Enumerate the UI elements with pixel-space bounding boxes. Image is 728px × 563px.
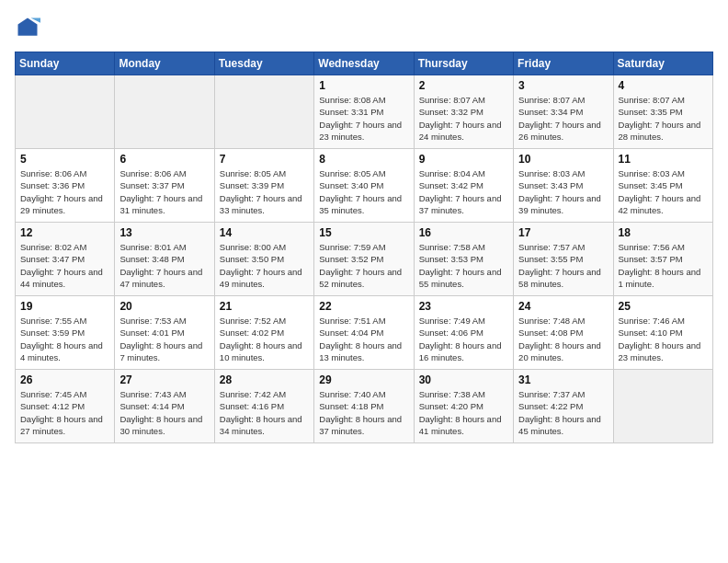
day-number: 10	[518, 153, 608, 166]
day-info: Sunrise: 7:56 AM Sunset: 3:57 PM Dayligh…	[619, 241, 708, 290]
calendar-cell: 2Sunrise: 8:07 AM Sunset: 3:32 PM Daylig…	[414, 75, 513, 149]
calendar-table: Sunday Monday Tuesday Wednesday Thursday…	[15, 52, 713, 443]
calendar-cell: 13Sunrise: 8:01 AM Sunset: 3:48 PM Dayli…	[115, 223, 214, 296]
calendar-cell: 15Sunrise: 7:59 AM Sunset: 3:52 PM Dayli…	[314, 223, 414, 296]
calendar-cell: 17Sunrise: 7:57 AM Sunset: 3:55 PM Dayli…	[514, 223, 613, 296]
day-info: Sunrise: 8:04 AM Sunset: 3:42 PM Dayligh…	[419, 167, 508, 216]
day-number: 15	[319, 226, 408, 239]
day-number: 25	[619, 300, 708, 313]
calendar-cell: 22Sunrise: 7:51 AM Sunset: 4:04 PM Dayli…	[314, 296, 414, 370]
day-info: Sunrise: 7:46 AM Sunset: 4:10 PM Dayligh…	[619, 315, 708, 363]
day-info: Sunrise: 7:48 AM Sunset: 4:08 PM Dayligh…	[518, 315, 608, 363]
calendar-cell: 6Sunrise: 8:06 AM Sunset: 3:37 PM Daylig…	[115, 149, 214, 223]
calendar-cell	[115, 75, 214, 149]
week-row-2: 5Sunrise: 8:06 AM Sunset: 3:36 PM Daylig…	[16, 149, 713, 223]
day-info: Sunrise: 7:42 AM Sunset: 4:16 PM Dayligh…	[220, 388, 309, 437]
day-number: 17	[518, 226, 608, 239]
day-number: 11	[619, 153, 708, 166]
day-number: 24	[518, 300, 608, 313]
calendar-cell: 18Sunrise: 7:56 AM Sunset: 3:57 PM Dayli…	[613, 223, 712, 296]
week-row-4: 19Sunrise: 7:55 AM Sunset: 3:59 PM Dayli…	[16, 296, 713, 370]
header-thursday: Thursday	[414, 52, 513, 75]
calendar-header: Sunday Monday Tuesday Wednesday Thursday…	[16, 52, 713, 75]
day-number: 7	[220, 153, 309, 166]
header-tuesday: Tuesday	[214, 52, 313, 75]
calendar-cell: 23Sunrise: 7:49 AM Sunset: 4:06 PM Dayli…	[414, 296, 513, 370]
day-info: Sunrise: 7:53 AM Sunset: 4:01 PM Dayligh…	[119, 315, 209, 363]
day-info: Sunrise: 7:59 AM Sunset: 3:52 PM Dayligh…	[319, 241, 408, 290]
day-number: 26	[20, 373, 109, 386]
week-row-1: 1Sunrise: 8:08 AM Sunset: 3:31 PM Daylig…	[16, 75, 713, 149]
day-info: Sunrise: 8:03 AM Sunset: 3:45 PM Dayligh…	[619, 167, 708, 216]
calendar-cell: 19Sunrise: 7:55 AM Sunset: 3:59 PM Dayli…	[16, 296, 115, 370]
header-saturday: Saturday	[613, 52, 712, 75]
day-info: Sunrise: 8:03 AM Sunset: 3:43 PM Dayligh…	[518, 167, 608, 216]
day-number: 3	[518, 79, 608, 92]
page-header	[15, 15, 713, 40]
calendar-cell	[16, 75, 115, 149]
day-number: 19	[20, 300, 109, 313]
calendar-body: 1Sunrise: 8:08 AM Sunset: 3:31 PM Daylig…	[16, 75, 713, 443]
day-info: Sunrise: 8:08 AM Sunset: 3:31 PM Dayligh…	[319, 94, 408, 143]
day-info: Sunrise: 7:57 AM Sunset: 3:55 PM Dayligh…	[518, 241, 608, 290]
calendar-cell: 28Sunrise: 7:42 AM Sunset: 4:16 PM Dayli…	[214, 370, 313, 443]
calendar-cell: 3Sunrise: 8:07 AM Sunset: 3:34 PM Daylig…	[514, 75, 613, 149]
day-info: Sunrise: 8:01 AM Sunset: 3:48 PM Dayligh…	[119, 241, 209, 290]
day-number: 2	[419, 79, 508, 92]
calendar-cell: 10Sunrise: 8:03 AM Sunset: 3:43 PM Dayli…	[514, 149, 613, 223]
calendar-cell: 7Sunrise: 8:05 AM Sunset: 3:39 PM Daylig…	[214, 149, 313, 223]
day-number: 13	[119, 226, 209, 239]
calendar-cell: 4Sunrise: 8:07 AM Sunset: 3:35 PM Daylig…	[613, 75, 712, 149]
day-number: 12	[20, 226, 109, 239]
day-number: 5	[20, 153, 109, 166]
day-number: 20	[119, 300, 209, 313]
day-number: 14	[220, 226, 309, 239]
calendar-cell: 30Sunrise: 7:38 AM Sunset: 4:20 PM Dayli…	[414, 370, 513, 443]
day-info: Sunrise: 7:58 AM Sunset: 3:53 PM Dayligh…	[419, 241, 508, 290]
calendar-cell: 11Sunrise: 8:03 AM Sunset: 3:45 PM Dayli…	[613, 149, 712, 223]
calendar-cell: 5Sunrise: 8:06 AM Sunset: 3:36 PM Daylig…	[16, 149, 115, 223]
day-info: Sunrise: 7:49 AM Sunset: 4:06 PM Dayligh…	[419, 315, 508, 363]
day-number: 8	[319, 153, 408, 166]
header-monday: Monday	[115, 52, 214, 75]
calendar-cell: 1Sunrise: 8:08 AM Sunset: 3:31 PM Daylig…	[314, 75, 414, 149]
calendar-cell	[214, 75, 313, 149]
header-sunday: Sunday	[16, 52, 115, 75]
calendar-cell: 31Sunrise: 7:37 AM Sunset: 4:22 PM Dayli…	[514, 370, 613, 443]
header-wednesday: Wednesday	[314, 52, 414, 75]
week-row-3: 12Sunrise: 8:02 AM Sunset: 3:47 PM Dayli…	[16, 223, 713, 296]
day-info: Sunrise: 8:05 AM Sunset: 3:40 PM Dayligh…	[319, 167, 408, 216]
day-number: 23	[419, 300, 508, 313]
svg-marker-0	[18, 18, 38, 36]
day-info: Sunrise: 8:07 AM Sunset: 3:34 PM Dayligh…	[518, 94, 608, 143]
day-number: 9	[419, 153, 508, 166]
day-info: Sunrise: 8:02 AM Sunset: 3:47 PM Dayligh…	[20, 241, 109, 290]
logo	[15, 15, 44, 40]
day-info: Sunrise: 8:05 AM Sunset: 3:39 PM Dayligh…	[220, 167, 309, 216]
header-friday: Friday	[514, 52, 613, 75]
day-info: Sunrise: 7:40 AM Sunset: 4:18 PM Dayligh…	[319, 388, 408, 437]
calendar-cell: 12Sunrise: 8:02 AM Sunset: 3:47 PM Dayli…	[16, 223, 115, 296]
day-info: Sunrise: 8:00 AM Sunset: 3:50 PM Dayligh…	[220, 241, 309, 290]
day-number: 4	[619, 79, 708, 92]
day-info: Sunrise: 7:43 AM Sunset: 4:14 PM Dayligh…	[119, 388, 209, 437]
day-info: Sunrise: 7:52 AM Sunset: 4:02 PM Dayligh…	[220, 315, 309, 363]
day-number: 29	[319, 373, 408, 386]
day-number: 30	[419, 373, 508, 386]
day-number: 18	[619, 226, 708, 239]
week-row-5: 26Sunrise: 7:45 AM Sunset: 4:12 PM Dayli…	[16, 370, 713, 443]
calendar-cell: 25Sunrise: 7:46 AM Sunset: 4:10 PM Dayli…	[613, 296, 712, 370]
calendar-cell: 24Sunrise: 7:48 AM Sunset: 4:08 PM Dayli…	[514, 296, 613, 370]
calendar-cell: 27Sunrise: 7:43 AM Sunset: 4:14 PM Dayli…	[115, 370, 214, 443]
day-number: 22	[319, 300, 408, 313]
calendar-cell	[613, 370, 712, 443]
day-number: 31	[518, 373, 608, 386]
header-row: Sunday Monday Tuesday Wednesday Thursday…	[16, 52, 713, 75]
day-number: 28	[220, 373, 309, 386]
day-info: Sunrise: 8:06 AM Sunset: 3:36 PM Dayligh…	[20, 167, 109, 216]
day-info: Sunrise: 7:37 AM Sunset: 4:22 PM Dayligh…	[518, 388, 608, 437]
calendar-cell: 20Sunrise: 7:53 AM Sunset: 4:01 PM Dayli…	[115, 296, 214, 370]
calendar-cell: 9Sunrise: 8:04 AM Sunset: 3:42 PM Daylig…	[414, 149, 513, 223]
day-info: Sunrise: 7:38 AM Sunset: 4:20 PM Dayligh…	[419, 388, 508, 437]
day-info: Sunrise: 8:06 AM Sunset: 3:37 PM Dayligh…	[119, 167, 209, 216]
